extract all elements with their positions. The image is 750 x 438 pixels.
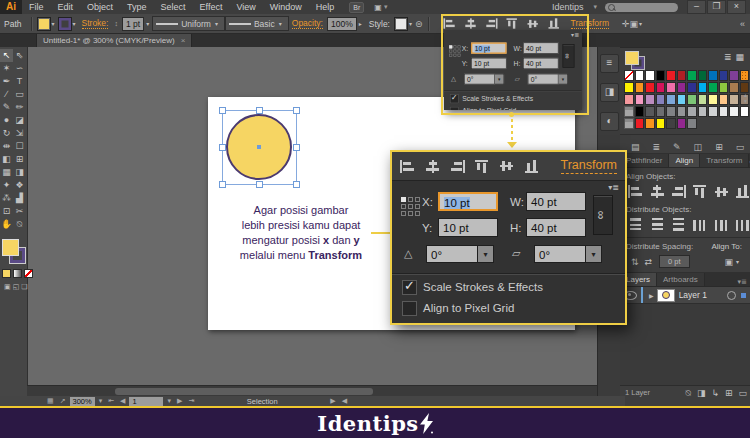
tab-align[interactable]: Align <box>669 154 700 167</box>
previous-artboard-icon[interactable]: ◀ <box>120 397 125 405</box>
line-segment-tool[interactable]: ∕ <box>0 88 13 101</box>
free-transform-tool[interactable]: ☐ <box>13 140 26 153</box>
new-color-group-icon[interactable]: ◫ <box>694 141 703 153</box>
menu-object[interactable]: Object <box>80 0 120 14</box>
document-setup-icon[interactable]: ⊜ <box>415 18 423 30</box>
swatch[interactable] <box>719 106 729 117</box>
swatch[interactable] <box>740 106 750 117</box>
color-group-folder[interactable] <box>624 106 634 117</box>
vertical-distribute-bottom-icon[interactable] <box>671 218 685 231</box>
panel-menu-icon[interactable]: ▾≣ <box>608 183 619 192</box>
vertical-align-top-icon[interactable] <box>475 160 490 173</box>
align-pixel-checkbox[interactable] <box>450 107 459 110</box>
swatch[interactable] <box>656 118 666 129</box>
swatch[interactable] <box>719 70 729 81</box>
lasso-tool[interactable]: ∽ <box>13 62 26 75</box>
delete-layer-icon[interactable]: ▭ <box>738 388 747 398</box>
swatch[interactable] <box>719 94 729 105</box>
swatch[interactable] <box>708 106 718 117</box>
chevron-down-icon[interactable]: ▾ <box>99 397 103 405</box>
gradient-panel-icon[interactable]: ◨ <box>600 83 619 102</box>
shape-builder-tool[interactable]: ◧ <box>0 153 13 166</box>
swatch[interactable] <box>624 82 634 93</box>
fill-color-swatch[interactable] <box>37 17 51 31</box>
restore-button[interactable]: ❐ <box>707 0 726 14</box>
share-icon[interactable]: ↗ <box>60 397 66 405</box>
vertical-align-top-icon[interactable] <box>506 18 518 28</box>
none-mode-button[interactable] <box>24 269 33 278</box>
arrange-documents-icon[interactable]: ▣ <box>374 3 382 12</box>
color-group-folder[interactable] <box>624 118 634 129</box>
swatch[interactable] <box>635 82 645 93</box>
slice-tool[interactable]: ✂ <box>13 205 26 218</box>
list-view-icon[interactable]: ≣ <box>724 52 732 62</box>
zoom-level-input[interactable]: 300% <box>70 397 95 406</box>
new-layer-icon[interactable]: ⊞ <box>725 388 733 398</box>
close-button[interactable]: × <box>727 0 746 14</box>
make-clip-mask-icon[interactable]: ◨ <box>697 388 706 398</box>
swatch[interactable] <box>740 70 750 81</box>
direct-selection-tool[interactable]: ⇖ <box>13 49 26 62</box>
new-swatch-icon[interactable]: ⊞ <box>715 141 723 153</box>
arrange-documents-icon[interactable]: ▦ <box>47 397 54 405</box>
chevron-down-icon[interactable]: ▾ <box>639 20 642 27</box>
vertical-distribute-space-icon[interactable]: ⇅ <box>631 257 639 267</box>
h-input[interactable]: 40 pt <box>526 218 586 237</box>
scale-tool[interactable]: ⇲ <box>13 127 26 140</box>
scroll-down-icon[interactable]: ▼ <box>743 98 748 104</box>
layer-row[interactable]: ▶ Layer 1 <box>620 287 750 304</box>
vertical-align-bottom-icon[interactable] <box>548 18 560 28</box>
swatch-libraries-icon[interactable]: ▤ <box>631 141 640 153</box>
scrollbar-thumb[interactable] <box>115 388 373 395</box>
swatch[interactable] <box>729 106 739 117</box>
horizontal-align-center-icon[interactable] <box>464 18 476 28</box>
paintbrush-tool[interactable]: ✎ <box>0 101 13 114</box>
swatch[interactable] <box>677 106 687 117</box>
swatch[interactable] <box>687 106 697 117</box>
delete-swatch-icon[interactable]: ▭ <box>736 141 745 153</box>
selection-handle[interactable] <box>293 144 300 151</box>
free-transform-icon[interactable]: ✛ <box>622 18 630 30</box>
swatch[interactable] <box>635 70 645 81</box>
zoom-tool[interactable]: ⍉ <box>13 218 26 231</box>
vertical-align-center-icon[interactable] <box>500 160 515 173</box>
perspective-grid-tool[interactable]: ⊞ <box>13 153 26 166</box>
swatch[interactable] <box>645 94 655 105</box>
mesh-tool[interactable]: ▦ <box>0 166 13 179</box>
swatch-options-icon[interactable]: ✎ <box>673 141 681 153</box>
swatch[interactable] <box>687 118 697 129</box>
swatch[interactable] <box>677 94 687 105</box>
swatch[interactable] <box>656 94 666 105</box>
stroke-weight-input[interactable]: 1 pt <box>122 17 144 31</box>
horizontal-align-left-icon[interactable] <box>628 185 642 198</box>
tab-pathfinder[interactable]: Pathfinder <box>620 154 669 167</box>
layer-thumbnail[interactable] <box>657 289 675 302</box>
selection-handle[interactable] <box>293 181 300 188</box>
y-input[interactable]: 10 pt <box>471 58 506 69</box>
pencil-tool[interactable]: ✏ <box>13 101 26 114</box>
swatch[interactable] <box>677 70 687 81</box>
tab-artboards[interactable]: Artboards <box>657 273 705 286</box>
swatch[interactable] <box>645 82 655 93</box>
transparency-panel-icon[interactable]: ◐ <box>600 112 619 131</box>
horizontal-align-right-icon[interactable] <box>450 160 465 173</box>
eraser-tool[interactable]: ◪ <box>13 114 26 127</box>
swatch[interactable] <box>624 70 634 81</box>
vertical-distribute-top-icon[interactable] <box>628 218 642 231</box>
swatch-kinds-icon[interactable]: ≣ <box>653 141 661 153</box>
menu-help[interactable]: Help <box>309 0 342 14</box>
horizontal-align-left-icon[interactable] <box>400 160 415 173</box>
y-input[interactable]: 10 pt <box>438 218 498 237</box>
vertical-align-bottom-icon[interactable] <box>525 160 540 173</box>
chevron-down-icon[interactable]: ▾ <box>146 20 149 27</box>
swatch[interactable] <box>708 82 718 93</box>
swatch[interactable] <box>687 70 697 81</box>
menu-type[interactable]: Type <box>120 0 154 14</box>
fill-color-chip[interactable] <box>2 239 19 256</box>
swatch[interactable] <box>719 82 729 93</box>
close-document-icon[interactable]: × <box>181 35 186 47</box>
draw-normal-icon[interactable]: ▣ <box>4 283 11 291</box>
swatch[interactable] <box>698 94 708 105</box>
artboard-number-input[interactable]: 1 <box>129 397 163 406</box>
stepper-icon[interactable]: ↕ <box>114 20 118 27</box>
